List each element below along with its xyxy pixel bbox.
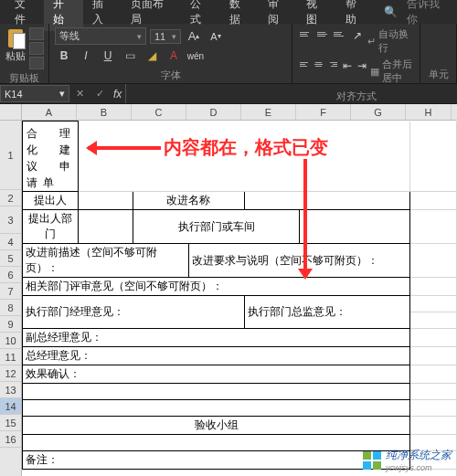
- increase-font-icon[interactable]: A▴: [185, 28, 203, 45]
- row-7[interactable]: 7: [0, 283, 21, 300]
- cell-a13[interactable]: 验收小组: [23, 417, 410, 435]
- formula-input[interactable]: [125, 84, 457, 103]
- decrease-font-icon[interactable]: A▾: [207, 28, 225, 45]
- row-2[interactable]: 2: [0, 190, 21, 206]
- cell-h4[interactable]: [410, 244, 457, 278]
- phonetic-button[interactable]: wén: [186, 48, 205, 64]
- cell-title[interactable]: 合 理 化 建 议 申 请单: [23, 122, 79, 192]
- bold-button[interactable]: B: [55, 48, 73, 64]
- chevron-down-icon: ▾: [59, 88, 65, 100]
- row-5[interactable]: 5: [0, 250, 21, 267]
- cell-a14[interactable]: [23, 435, 410, 451]
- cell-a4[interactable]: 改进前描述（空间不够可附页）：: [23, 244, 189, 278]
- cell-a3[interactable]: 提出人部门: [23, 210, 79, 244]
- underline-button[interactable]: U: [99, 48, 117, 64]
- font-name-combo[interactable]: 等线▾: [55, 27, 146, 45]
- align-right-icon[interactable]: [327, 58, 340, 70]
- fill-color-button[interactable]: ◢: [143, 48, 161, 64]
- fx-enter-icon[interactable]: ✓: [90, 88, 110, 100]
- row-13[interactable]: 13: [0, 382, 21, 398]
- cell-a15[interactable]: 备注：: [23, 451, 410, 470]
- align-left-icon[interactable]: [298, 58, 311, 70]
- row-9[interactable]: 9: [0, 316, 21, 333]
- cell-h8[interactable]: [410, 329, 457, 347]
- fx-icon[interactable]: fx: [110, 88, 125, 100]
- align-top-icon[interactable]: [298, 27, 314, 40]
- cell-h1[interactable]: [410, 122, 457, 192]
- cell-h9[interactable]: [410, 347, 457, 365]
- cell-e2[interactable]: [244, 192, 410, 210]
- cell-h2[interactable]: [410, 192, 457, 210]
- align-bottom-icon[interactable]: [332, 27, 347, 40]
- cell-a12[interactable]: [23, 400, 410, 417]
- cell-a11[interactable]: [23, 384, 410, 400]
- cell-a10[interactable]: 效果确认：: [23, 365, 410, 384]
- col-a[interactable]: A: [22, 104, 77, 120]
- cell-f3[interactable]: [300, 210, 410, 244]
- formula-bar: K14▾ ✕ ✓ fx: [0, 84, 457, 104]
- cell-a2[interactable]: 提出人: [23, 192, 79, 210]
- row-16[interactable]: 16: [0, 431, 21, 448]
- row-12[interactable]: 12: [0, 365, 21, 382]
- cell-b1[interactable]: [78, 122, 410, 192]
- align-middle-icon[interactable]: [315, 27, 331, 40]
- cell-b2[interactable]: [78, 192, 133, 210]
- col-g[interactable]: G: [351, 104, 406, 120]
- paste-label: 粘贴: [5, 49, 26, 63]
- row-3[interactable]: 3: [0, 206, 21, 234]
- cell-a5[interactable]: 相关部门评审意见（空间不够可附页）：: [23, 278, 410, 296]
- row-8[interactable]: 8: [0, 300, 21, 316]
- paste-button[interactable]: 粘贴: [5, 27, 26, 69]
- cell-a9[interactable]: 总经理意见：: [23, 347, 410, 365]
- col-b[interactable]: B: [77, 104, 132, 120]
- cell-a6[interactable]: 执行部门经理意见：: [23, 296, 245, 329]
- fx-cancel-icon[interactable]: ✕: [69, 88, 90, 100]
- cell-c3[interactable]: 执行部门或车间: [133, 210, 300, 244]
- indent-left-icon[interactable]: ⇤: [341, 58, 354, 74]
- watermark-brand: 纯净系统之家: [386, 448, 452, 463]
- watermark-logo-icon: [363, 451, 381, 470]
- cell-h11[interactable]: [410, 384, 457, 400]
- col-h[interactable]: H: [406, 104, 452, 120]
- copy-button[interactable]: [29, 42, 44, 55]
- cell-h5[interactable]: [410, 278, 457, 296]
- search-icon[interactable]: 🔍: [375, 2, 407, 22]
- cells-area[interactable]: 合 理 化 建 议 申 请单 提出人 改进名称: [22, 121, 457, 476]
- row-4[interactable]: 4: [0, 234, 21, 250]
- cell-c2[interactable]: 改进名称: [133, 192, 244, 210]
- cell-h3[interactable]: [410, 210, 457, 244]
- cell-a8[interactable]: 副总经理意见：: [23, 329, 410, 347]
- italic-button[interactable]: I: [77, 48, 95, 64]
- merge-center-button[interactable]: ▦合并后居中: [370, 58, 414, 85]
- wrap-text-button[interactable]: ↵自动换行: [367, 27, 414, 55]
- orientation-icon[interactable]: ↗: [349, 27, 366, 44]
- row-14[interactable]: 14: [0, 398, 21, 415]
- menu-bar: 文件 开始 插入 页面布局 公式 数据 审阅 视图 帮助 🔍 告诉我你: [0, 0, 457, 24]
- name-box[interactable]: K14▾: [0, 85, 69, 102]
- row-15[interactable]: 15: [0, 415, 21, 431]
- cell-e6[interactable]: 执行部门总监意见：: [244, 296, 410, 329]
- col-e[interactable]: E: [241, 104, 296, 120]
- row-10[interactable]: 10: [0, 333, 21, 349]
- cell-h12[interactable]: [410, 400, 457, 417]
- row-6[interactable]: 6: [0, 267, 21, 283]
- format-painter-button[interactable]: [29, 57, 44, 69]
- font-size-combo[interactable]: 11▾: [150, 29, 181, 44]
- row-1[interactable]: 1: [0, 121, 21, 190]
- select-all-corner[interactable]: [0, 104, 22, 120]
- col-d[interactable]: D: [186, 104, 241, 120]
- indent-right-icon[interactable]: ⇥: [356, 58, 368, 74]
- row-11[interactable]: 11: [0, 349, 21, 365]
- align-center-icon[interactable]: [313, 58, 325, 70]
- cell-h13[interactable]: [410, 417, 457, 435]
- cell-h7[interactable]: [410, 312, 457, 329]
- cell-b3[interactable]: [78, 210, 133, 244]
- col-f[interactable]: F: [296, 104, 351, 120]
- cell-h6[interactable]: [410, 296, 457, 312]
- cell-h10[interactable]: [410, 365, 457, 384]
- cut-button[interactable]: [29, 27, 44, 40]
- border-button[interactable]: ▭: [121, 48, 139, 64]
- font-color-button[interactable]: A: [165, 48, 183, 64]
- group-clipboard: 粘贴 剪贴板: [0, 24, 49, 83]
- col-c[interactable]: C: [132, 104, 186, 120]
